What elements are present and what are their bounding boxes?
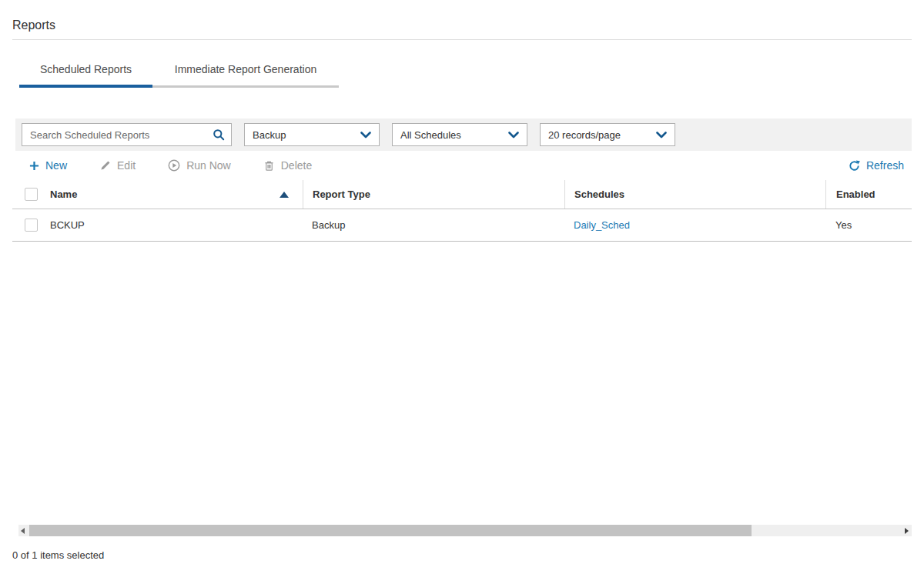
column-header-schedules-label: Schedules — [574, 189, 624, 200]
tab-inactive-underline — [152, 85, 339, 88]
refresh-icon — [849, 160, 860, 172]
table-toolbar: New Edit Run Now — [12, 151, 912, 180]
row-schedule-link[interactable]: Daily_Sched — [574, 219, 630, 231]
column-header-report-type-label: Report Type — [313, 189, 370, 200]
chevron-down-icon — [508, 132, 519, 138]
title-divider — [12, 39, 912, 40]
row-report-type-value: Backup — [312, 219, 345, 231]
column-header-name[interactable]: Name — [50, 180, 303, 209]
horizontal-scrollbar — [18, 525, 912, 536]
scheduled-reports-table: Name Report Type Schedules Enabled BCKUP — [12, 180, 912, 242]
chevron-down-icon — [656, 132, 667, 138]
new-button-label: New — [45, 159, 67, 172]
trash-icon — [263, 160, 275, 172]
refresh-button[interactable]: Refresh — [849, 159, 904, 172]
scrollbar-thumb[interactable] — [29, 525, 752, 536]
refresh-button-label: Refresh — [866, 159, 904, 172]
filter-bar: Backup All Schedules 20 records/page — [15, 118, 912, 151]
delete-button-label: Delete — [281, 159, 312, 172]
new-button[interactable]: New — [29, 159, 67, 172]
edit-button-label: Edit — [117, 159, 136, 172]
selection-status-text: 0 of 1 items selected — [12, 549, 104, 561]
search-input[interactable] — [28, 128, 213, 142]
page-title: Reports — [12, 0, 912, 32]
scroll-left-arrow-icon[interactable] — [21, 528, 25, 534]
table-row: BCKUP Backup Daily_Sched Yes — [12, 209, 912, 242]
row-enabled-cell: Yes — [825, 209, 912, 241]
row-name-value: BCKUP — [50, 219, 85, 231]
schedules-select[interactable]: All Schedules — [392, 123, 527, 146]
chevron-down-icon — [360, 132, 371, 138]
delete-button[interactable]: Delete — [263, 159, 312, 172]
row-enabled-value: Yes — [835, 219, 852, 231]
column-header-enabled[interactable]: Enabled — [825, 180, 912, 209]
play-circle-icon — [168, 159, 180, 172]
search-icon[interactable] — [213, 128, 225, 141]
row-checkbox-cell — [12, 219, 50, 232]
table-header-row: Name Report Type Schedules Enabled — [12, 180, 912, 209]
column-header-report-type[interactable]: Report Type — [303, 180, 564, 209]
select-all-checkbox[interactable] — [25, 188, 38, 201]
header-checkbox-cell — [12, 188, 50, 201]
tab-scheduled-reports-label: Scheduled Reports — [19, 63, 152, 85]
column-header-enabled-label: Enabled — [836, 189, 875, 200]
scroll-right-arrow-icon[interactable] — [905, 528, 909, 534]
tab-scheduled-reports[interactable]: Scheduled Reports — [19, 63, 152, 88]
run-now-button-label: Run Now — [186, 159, 231, 172]
tab-immediate-report-generation-label: Immediate Report Generation — [152, 63, 339, 85]
row-checkbox[interactable] — [25, 219, 38, 232]
row-schedules-cell: Daily_Sched — [564, 209, 825, 241]
scrollbar-track[interactable] — [18, 525, 912, 536]
report-type-select[interactable]: Backup — [244, 123, 380, 146]
column-header-schedules[interactable]: Schedules — [564, 180, 825, 209]
pencil-icon — [99, 160, 111, 172]
tab-immediate-report-generation[interactable]: Immediate Report Generation — [152, 63, 339, 88]
records-per-page-select-value: 20 records/page — [548, 129, 621, 141]
reports-page: Reports Scheduled Reports Immediate Repo… — [0, 0, 924, 242]
tab-active-underline — [19, 85, 152, 88]
run-now-button[interactable]: Run Now — [168, 159, 231, 172]
row-report-type-cell: Backup — [303, 209, 564, 241]
report-type-select-value: Backup — [253, 129, 286, 141]
sort-ascending-icon — [280, 192, 289, 198]
records-per-page-select[interactable]: 20 records/page — [540, 123, 675, 146]
plus-icon — [29, 161, 39, 171]
schedules-select-value: All Schedules — [400, 129, 461, 141]
search-box — [22, 123, 232, 146]
edit-button[interactable]: Edit — [99, 159, 136, 172]
row-name-cell: BCKUP — [50, 209, 303, 241]
column-header-name-label: Name — [50, 189, 77, 200]
tab-bar: Scheduled Reports Immediate Report Gener… — [12, 63, 912, 88]
